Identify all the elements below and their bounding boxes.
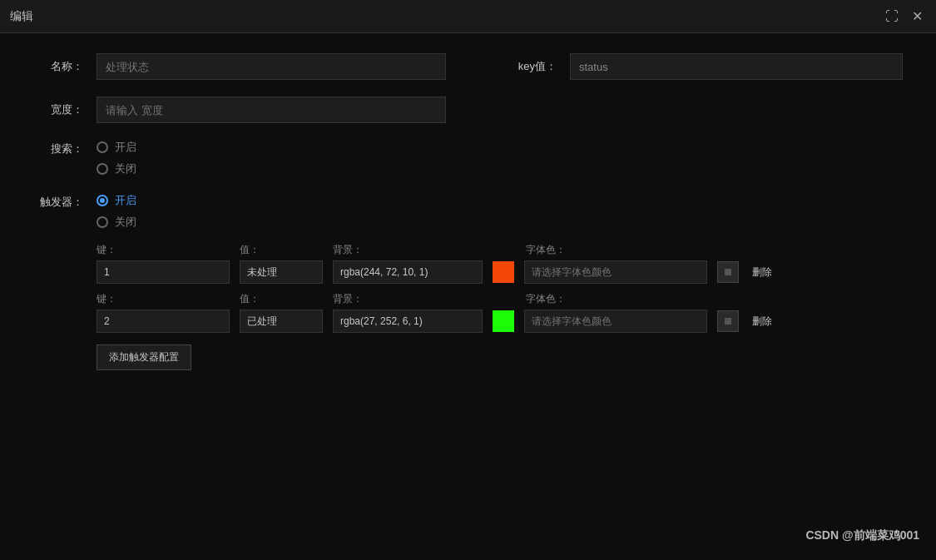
bg-color-picker-2[interactable] [493,310,514,332]
dialog-title: 编辑 [10,9,33,24]
add-trigger-button[interactable]: 添加触发器配置 [97,344,191,370]
width-row: 宽度： [33,97,903,123]
search-on-radio[interactable] [97,141,108,153]
trigger-label: 触发器： [33,195,83,210]
trigger-off-label: 关闭 [115,215,136,230]
delete-btn-2[interactable]: 删除 [749,315,775,329]
config-header-row-1: 键： 值： 背景： 字体色： [97,243,903,257]
config-fc-1[interactable] [524,260,707,284]
key-label: key值： [518,59,557,74]
search-on-label: 开启 [115,140,136,155]
width-label: 宽度： [33,102,83,117]
key-col-header-1: 键： [97,243,230,257]
key-input[interactable] [570,53,903,80]
search-off-option[interactable]: 关闭 [97,161,136,176]
bg-col-header-2: 背景： [333,292,516,306]
name-label: 名称： [33,59,83,74]
font-color-picker-1[interactable] [717,261,739,283]
search-row: 搜索： 开启 关闭 [33,140,903,176]
expand-button[interactable]: ⛶ [882,8,902,25]
config-data-row-2: 删除 [97,310,903,333]
main-content: 名称： key值： 宽度： 搜索： 开启 关闭 触发器： 开启 [0,33,936,390]
search-label: 搜索： [33,141,83,156]
config-rows: 键： 值： 背景： 字体色： 删除 键： 值： 背景： 字体色： [97,243,903,333]
svg-rect-3 [725,318,731,325]
name-input[interactable] [97,53,446,80]
trigger-off-option[interactable]: 关闭 [97,215,136,230]
config-header-row-2: 键： 值： 背景： 字体色： [97,292,903,306]
config-data-row-1: 删除 [97,260,903,284]
font-color-picker-2[interactable] [717,310,739,332]
fc-col-header-1: 字体色： [526,243,742,257]
close-button[interactable]: ✕ [909,8,926,25]
trigger-on-option[interactable]: 开启 [97,193,136,208]
bg-col-header-1: 背景： [333,243,516,257]
trigger-on-label: 开启 [115,193,136,208]
width-input[interactable] [97,97,446,123]
title-bar-controls: ⛶ ✕ [882,8,926,25]
config-val-1[interactable] [240,260,323,284]
trigger-off-radio[interactable] [97,216,108,228]
title-bar: 编辑 ⛶ ✕ [0,0,936,33]
key-col-header-2: 键： [97,292,230,306]
trigger-row: 触发器： 开启 关闭 [33,193,903,230]
search-off-radio[interactable] [97,163,108,175]
name-key-row: 名称： key值： [33,53,903,80]
bg-color-picker-1[interactable] [493,261,514,283]
val-col-header-2: 值： [240,292,323,306]
config-bg-2[interactable] [333,310,483,333]
trigger-on-radio[interactable] [97,195,108,206]
watermark: CSDN @前端菜鸡001 [805,528,919,543]
config-bg-1[interactable] [333,260,483,284]
config-key-2[interactable] [97,310,230,333]
search-off-label: 关闭 [115,161,136,176]
config-val-2[interactable] [240,310,323,333]
delete-btn-1[interactable]: 删除 [749,265,775,280]
fc-col-header-2: 字体色： [526,292,742,306]
trigger-radio-group: 开启 关闭 [97,193,136,230]
search-on-option[interactable]: 开启 [97,140,136,155]
search-radio-group: 开启 关闭 [97,140,136,176]
val-col-header-1: 值： [240,243,323,257]
config-key-1[interactable] [97,260,230,284]
config-fc-2[interactable] [524,310,707,333]
svg-rect-1 [725,269,731,275]
